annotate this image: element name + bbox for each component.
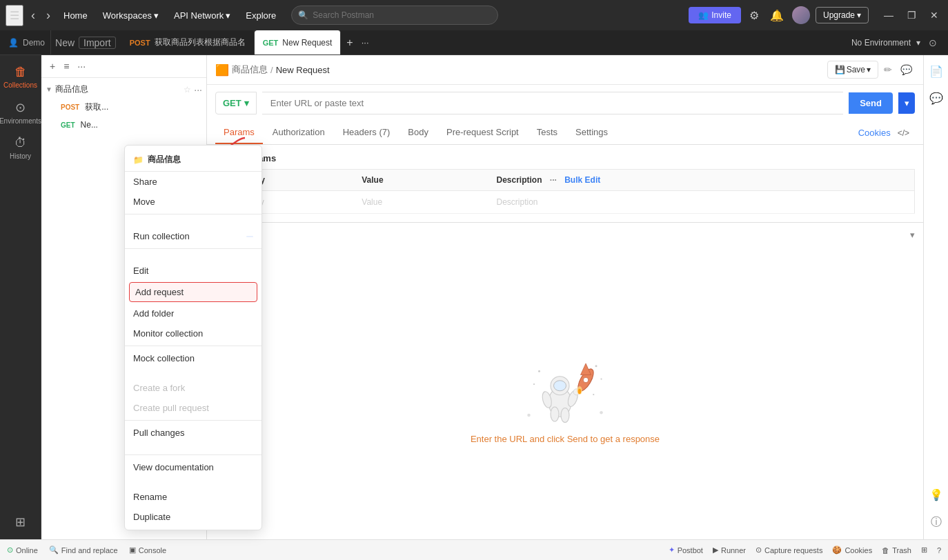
svg-point-9 [561, 408, 569, 422]
tab-get-request[interactable]: GET New Request [255, 30, 342, 54]
restore-button[interactable]: ❐ [903, 8, 920, 22]
menu-icon[interactable]: ☰ [6, 5, 23, 26]
tab-tests[interactable]: Tests [529, 121, 566, 144]
ctx-create-fork[interactable]: Mock collection [125, 348, 261, 368]
list-item[interactable]: GET Ne... [41, 117, 206, 133]
collection-header-row[interactable]: ▼ 商品信息 ☆ ··· [41, 81, 206, 98]
nav-forward-button[interactable]: › [43, 7, 54, 24]
import-button[interactable]: Import [79, 37, 116, 49]
row-value[interactable]: Value [353, 191, 488, 214]
send-button[interactable]: Send [849, 92, 893, 114]
info-icon[interactable]: ⓘ [927, 511, 946, 534]
runner-label: Runner [721, 546, 746, 554]
trash-button[interactable]: 🗑 Trash [882, 546, 911, 554]
nav-back-button[interactable]: ‹ [28, 7, 39, 24]
svg-point-5 [554, 380, 566, 390]
row-description[interactable]: Description [488, 191, 914, 214]
ctx-move[interactable]: Move [125, 192, 261, 212]
comment-icon[interactable]: 💬 [898, 61, 915, 78]
notifications-icon[interactable]: 🔔 [767, 6, 787, 25]
api-network-dropdown[interactable]: API Network ▾ [168, 8, 236, 23]
sidebar-item-new[interactable]: ⊞ [0, 510, 41, 534]
request-tabs: Params Authorization Headers (7) Body Pr… [207, 121, 923, 145]
cookies-link[interactable]: Cookies [858, 128, 891, 138]
minimize-button[interactable]: — [880, 8, 898, 22]
search-input[interactable] [291, 6, 498, 25]
ctx-add-request[interactable]: Edit [125, 261, 261, 281]
ctx-run-collection[interactable] [125, 217, 261, 226]
tab-authorization[interactable]: Authorization [264, 121, 333, 144]
ctx-export[interactable]: Rename [125, 487, 261, 507]
avatar[interactable] [792, 6, 810, 24]
edit-icon[interactable]: ✏ [881, 61, 895, 78]
breadcrumb-collection[interactable]: 商品信息 [232, 63, 268, 76]
ctx-divider-4 [125, 420, 261, 421]
help-button[interactable]: ? [937, 546, 941, 554]
save-chevron-icon: ▾ [867, 65, 871, 74]
code-button[interactable]: </> [892, 126, 915, 141]
ctx-divider-1 [125, 214, 261, 214]
workspace-name: Demo [23, 38, 45, 48]
ctx-add-folder[interactable]: Add request [129, 282, 257, 302]
method-select[interactable]: GET ▾ [215, 92, 257, 114]
upgrade-chevron-icon: ▾ [857, 10, 861, 20]
more-actions-icon[interactable]: ··· [550, 175, 557, 185]
grid-button[interactable]: ⊞ [921, 546, 927, 554]
ctx-edit[interactable] [125, 251, 261, 261]
tab-settings[interactable]: Settings [567, 121, 616, 144]
online-icon: ⊙ [7, 546, 13, 554]
ctx-monitor-collection[interactable]: Add folder [125, 303, 261, 323]
collection-star-icon[interactable]: ☆ [184, 85, 191, 94]
url-input[interactable] [262, 92, 843, 114]
environment-selector[interactable]: No Environment [851, 38, 911, 48]
docs-icon[interactable]: 📄 [925, 61, 947, 82]
save-button[interactable]: 💾 Save ▾ [827, 61, 878, 79]
ctx-duplicate[interactable] [125, 477, 261, 487]
ctx-view-documentation[interactable] [125, 443, 261, 452]
upgrade-button[interactable]: Upgrade ▾ [816, 7, 869, 23]
list-item[interactable]: POST 获取... [41, 98, 206, 117]
postbot-button[interactable]: ✦ Postbot [669, 546, 703, 554]
new-button[interactable]: New [51, 37, 79, 48]
collection-options-icon[interactable]: ··· [194, 84, 202, 95]
console-button[interactable]: ▣ Console [129, 546, 166, 554]
send-dropdown-button[interactable]: ▾ [898, 92, 915, 114]
tab-post-request[interactable]: POST 获取商品列表根据商品名 [121, 30, 255, 54]
settings-icon[interactable]: ⚙ [747, 6, 762, 25]
collection-chevron-icon: ▼ [46, 86, 52, 93]
svg-point-15 [578, 388, 582, 394]
collection-sort-button[interactable]: ≡ [61, 59, 72, 73]
invite-button[interactable]: 👥 Invite [689, 7, 741, 23]
bulk-edit-button[interactable]: Bulk Edit [564, 175, 600, 185]
tab-body[interactable]: Body [399, 121, 437, 144]
lightbulb-icon[interactable]: 💡 [925, 484, 947, 506]
tab-more-button[interactable]: ··· [359, 34, 372, 50]
runner-button[interactable]: ▶ Runner [713, 546, 746, 554]
sidebar-item-environments[interactable]: ⊙ Environments [0, 96, 41, 129]
cookies-status-button[interactable]: 🍪 Cookies [832, 546, 872, 554]
sidebar-item-history[interactable]: ⏱ History [0, 132, 41, 164]
find-replace-button[interactable]: 🔍 Find and replace [49, 546, 118, 554]
tab-add-button[interactable]: + [341, 34, 358, 52]
svg-point-17 [595, 365, 598, 367]
ctx-view-changelog[interactable]: Pull changes [125, 423, 261, 443]
console-icon: ▣ [129, 546, 136, 554]
close-button[interactable]: ✕ [926, 8, 942, 22]
tab-headers[interactable]: Headers (7) [335, 121, 399, 144]
workspaces-dropdown[interactable]: Workspaces ▾ [97, 8, 164, 23]
collection-more-button[interactable]: ··· [75, 59, 88, 73]
sidebar-item-collections[interactable]: 🗑 Collections [0, 61, 41, 93]
ctx-share[interactable]: Share [125, 172, 261, 192]
environment-settings-icon[interactable]: ⊙ [926, 34, 940, 51]
capture-requests-button[interactable]: ⊙ Capture requests [756, 546, 822, 554]
explore-link[interactable]: Explore [240, 8, 282, 23]
home-link[interactable]: Home [58, 8, 93, 23]
response-chevron-icon[interactable]: ▾ [910, 230, 915, 240]
ctx-rename[interactable]: View documentation [125, 457, 261, 477]
collection-add-button[interactable]: + [47, 59, 58, 73]
ctx-manage-roles[interactable]: Duplicate [125, 507, 261, 527]
tab-pre-request-script[interactable]: Pre-request Script [438, 121, 527, 144]
ctx-generate-tests[interactable]: Run collection [125, 226, 261, 246]
ctx-mock-collection[interactable]: Monitor collection [125, 323, 261, 343]
comment-right-icon[interactable]: 💬 [925, 88, 947, 109]
